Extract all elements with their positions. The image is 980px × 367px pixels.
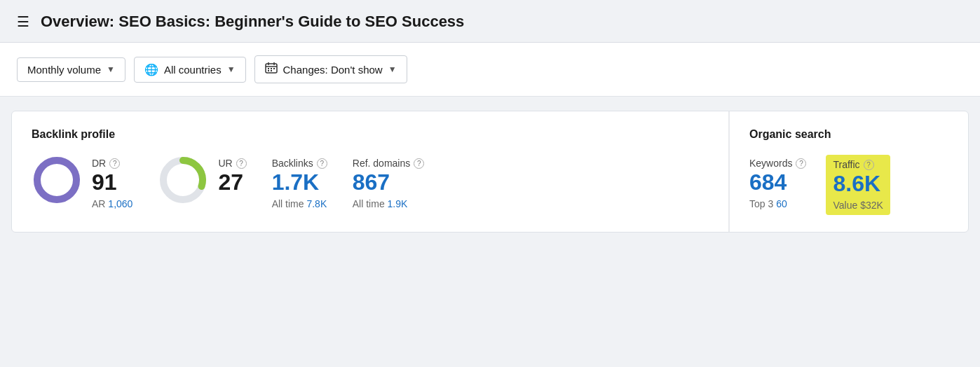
traffic-value: 8.6K — [833, 170, 883, 197]
traffic-label: Traffic ? — [833, 159, 883, 170]
traffic-value-amount: $32K — [860, 200, 883, 211]
dr-help-icon[interactable]: ? — [109, 158, 120, 169]
backlink-profile-card: Backlink profile DR ? — [12, 111, 730, 232]
backlinks-alltime-value[interactable]: 7.8K — [306, 198, 327, 209]
dr-label: DR ? — [92, 158, 132, 169]
backlinks-value: 1.7K — [272, 169, 327, 195]
dr-value: 91 — [92, 169, 132, 195]
all-countries-dropdown[interactable]: 🌐 All countries ▼ — [134, 57, 246, 83]
backlink-metrics-row: DR ? 91 AR 1,060 — [32, 155, 709, 209]
svg-point-10 — [37, 160, 76, 200]
keywords-label: Keywords ? — [749, 158, 806, 169]
chevron-down-icon: ▼ — [388, 64, 397, 74]
backlinks-label: Backlinks ? — [272, 158, 327, 169]
traffic-value-sub: Value $32K — [833, 200, 883, 211]
dr-donut-chart — [32, 155, 82, 205]
ref-domains-value: 867 — [353, 169, 424, 195]
ref-domains-label: Ref. domains ? — [353, 158, 424, 169]
backlinks-help-icon[interactable]: ? — [317, 158, 327, 169]
traffic-metric: Traffic ? 8.6K Value $32K — [826, 155, 890, 215]
ur-info: UR ? 27 — [218, 155, 246, 195]
ref-domains-alltime: All time 1.9K — [353, 198, 424, 209]
keywords-help-icon[interactable]: ? — [796, 158, 806, 169]
ur-label: UR ? — [218, 158, 246, 169]
organic-metrics-row: Keywords ? 684 Top 3 60 Traffic ? 8.6 — [749, 155, 948, 215]
page-title: Overview: SEO Basics: Beginner's Guide t… — [41, 13, 464, 31]
dr-metric-group: DR ? 91 AR 1,060 — [32, 155, 132, 209]
top3-value[interactable]: 60 — [776, 198, 787, 209]
keywords-top3: Top 3 60 — [749, 198, 806, 209]
dr-ar: AR 1,060 — [92, 198, 132, 209]
monthly-volume-dropdown[interactable]: Monthly volume ▼ — [17, 57, 125, 82]
chevron-down-icon: ▼ — [107, 64, 115, 74]
all-countries-label: All countries — [164, 64, 222, 76]
traffic-help-icon[interactable]: ? — [864, 160, 874, 170]
chevron-down-icon: ▼ — [227, 64, 236, 74]
changes-dropdown[interactable]: Changes: Don't show ▼ — [254, 55, 407, 83]
dr-info: DR ? 91 AR 1,060 — [92, 155, 132, 209]
calendar-icon — [265, 62, 278, 77]
main-content: Backlink profile DR ? — [0, 97, 980, 247]
changes-label: Changes: Don't show — [283, 64, 383, 76]
ur-value: 27 — [218, 169, 246, 195]
page-header: ☰ Overview: SEO Basics: Beginner's Guide… — [0, 0, 980, 43]
svg-rect-6 — [273, 68, 275, 69]
backlink-section-title: Backlink profile — [32, 128, 709, 141]
keywords-value: 684 — [749, 169, 806, 195]
organic-search-card: Organic search Keywords ? 684 Top 3 60 — [730, 111, 968, 232]
ref-domains-help-icon[interactable]: ? — [414, 158, 424, 169]
backlinks-metric: Backlinks ? 1.7K All time 7.8K — [272, 155, 327, 209]
hamburger-icon[interactable]: ☰ — [17, 13, 29, 30]
organic-section-title: Organic search — [749, 128, 948, 141]
ur-donut-chart — [158, 155, 208, 205]
ref-domains-alltime-value[interactable]: 1.9K — [388, 198, 408, 209]
filter-bar: Monthly volume ▼ 🌐 All countries ▼ Chang… — [0, 43, 980, 97]
globe-icon: 🌐 — [144, 63, 158, 76]
svg-rect-8 — [271, 70, 272, 71]
backlinks-alltime: All time 7.8K — [272, 198, 327, 209]
svg-rect-4 — [268, 68, 269, 69]
ur-help-icon[interactable]: ? — [236, 158, 247, 169]
svg-rect-7 — [268, 70, 269, 71]
svg-rect-5 — [271, 68, 272, 69]
monthly-volume-label: Monthly volume — [27, 64, 101, 76]
ur-metric-group: UR ? 27 — [158, 155, 246, 205]
ref-domains-metric: Ref. domains ? 867 All time 1.9K — [353, 155, 424, 209]
metrics-cards-row: Backlink profile DR ? — [11, 111, 969, 233]
ar-value[interactable]: 1,060 — [108, 198, 132, 209]
keywords-metric: Keywords ? 684 Top 3 60 — [749, 155, 806, 209]
